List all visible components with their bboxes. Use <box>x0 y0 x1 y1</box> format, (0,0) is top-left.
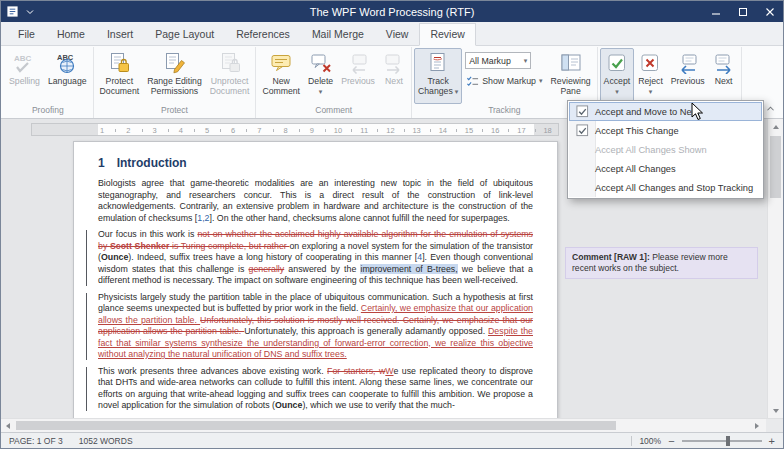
ruler-tick <box>482 129 483 132</box>
scroll-up-button[interactable] <box>768 119 783 134</box>
markup-view-combo[interactable]: All Markup▾ <box>465 52 531 69</box>
protect-document-icon <box>108 52 130 74</box>
ruler-tick <box>115 129 116 132</box>
reviewing-pane-button[interactable]: ReviewingPane <box>547 48 595 104</box>
horizontal-scroll-thumb[interactable] <box>16 421 616 430</box>
triangle-left-icon <box>6 423 10 429</box>
maximize-button[interactable] <box>729 1 756 22</box>
ruler-tick <box>299 129 300 132</box>
vertical-scrollbar[interactable] <box>767 119 783 418</box>
scroll-down-button[interactable] <box>768 403 783 418</box>
svg-text:ABC: ABC <box>14 54 32 63</box>
new-comment-button[interactable]: NewComment <box>258 48 304 104</box>
language-button[interactable]: ABCLanguage <box>44 48 91 104</box>
collapse-ribbon-button[interactable] <box>762 102 778 115</box>
ruler-mark: 14 <box>439 126 447 135</box>
reject-button[interactable]: Reject▾ <box>634 48 667 104</box>
previous-change-button[interactable]: Previous <box>667 48 709 104</box>
zoom-slider-thumb[interactable] <box>726 436 730 446</box>
zoom-in-button[interactable]: + <box>769 436 775 446</box>
comment-balloon[interactable]: Comment [RAW 1]: Please review more rece… <box>565 247 758 279</box>
accept-dropdown-menu: Accept and Move to NextAccept This Chang… <box>567 100 764 199</box>
unprotect-document-button: UnprotectDocument <box>206 48 254 104</box>
vertical-scroll-thumb[interactable] <box>770 136 781 198</box>
dropdown-arrow-icon: ▾ <box>319 88 323 95</box>
minimize-button[interactable] <box>702 1 729 22</box>
ruler-tick <box>142 129 143 132</box>
ruler-tick <box>168 129 169 132</box>
zoom-controls: 100% − + <box>631 436 775 446</box>
ruler-tick <box>220 129 221 132</box>
track-changes-button[interactable]: TrackChanges ▾ <box>414 48 462 104</box>
tab-mail-merge[interactable]: Mail Merge <box>301 23 375 46</box>
spelling-button: ABCSpelling <box>5 48 44 104</box>
tab-review[interactable]: Review <box>419 23 475 46</box>
dropdown-arrow-icon: ▾ <box>453 88 458 95</box>
status-bar: PAGE: 1 OF 3 1052 WORDS 100% − + <box>1 432 783 448</box>
range-editing-permissions-button[interactable]: Range EditingPermissions <box>143 48 206 104</box>
paragraph[interactable]: Physicists largely study the partition t… <box>98 292 533 361</box>
horizontal-ruler[interactable]: 123456789101112131415161718 <box>31 123 559 136</box>
dropdown-arrow-icon: ▾ <box>524 57 528 65</box>
deleted-text: For starters, w <box>327 366 385 376</box>
tab-file[interactable]: File <box>7 23 46 46</box>
text-run: ), which we use to verify that the much- <box>302 400 455 410</box>
ruler-mark: 4 <box>179 126 183 135</box>
zoom-slider[interactable] <box>682 440 762 442</box>
paragraph[interactable]: This work presents three advances above … <box>98 366 533 412</box>
tab-page-layout[interactable]: Page Layout <box>144 23 225 46</box>
button-label: Next <box>385 77 403 87</box>
qat-chevron-down-icon[interactable] <box>26 8 34 16</box>
ruler-tick <box>351 129 352 132</box>
app-icon <box>6 5 19 18</box>
ribbon-group-label: Comment <box>258 104 409 118</box>
deleted-text: generally <box>249 264 285 274</box>
zoom-out-button[interactable]: − <box>668 436 674 446</box>
button-label: Show Markup <box>482 76 536 86</box>
tab-insert[interactable]: Insert <box>96 23 144 46</box>
tab-view[interactable]: View <box>375 23 420 46</box>
tracking-options-stack: All Markup▾Show Markup▾ <box>462 48 546 89</box>
bold-text: Ounce <box>275 400 302 410</box>
word-count: 1052 WORDS <box>79 436 133 446</box>
ruler-tick <box>456 129 457 132</box>
menu-item-accept-and-move-to-next[interactable]: Accept and Move to Next <box>569 102 762 121</box>
document-page[interactable]: 1Introduction Biologists agree that game… <box>73 141 558 418</box>
protect-document-button[interactable]: ProtectDocument <box>96 48 144 104</box>
ruler-mark: 18 <box>543 126 551 135</box>
button-label: ReviewingPane <box>551 77 591 96</box>
button-label-line: ▾ <box>638 87 663 97</box>
menu-item-accept-all-changes-and-stop-tracking[interactable]: Accept All Changes and Stop Tracking <box>569 178 762 197</box>
ruler-mark: 17 <box>517 126 525 135</box>
previous-change-icon <box>677 52 699 74</box>
tab-references[interactable]: References <box>225 23 301 46</box>
text-run: Our focus in this work is <box>98 229 197 239</box>
paragraph[interactable]: Our focus in this work is not on whether… <box>98 229 533 287</box>
next-change-button[interactable]: Next <box>709 48 739 104</box>
horizontal-scrollbar[interactable] <box>1 418 783 432</box>
ruler-tick <box>194 129 195 132</box>
paragraph[interactable]: Biologists agree that game-theoretic mod… <box>98 178 533 224</box>
accept-button[interactable]: Accept▾ <box>600 48 635 104</box>
language-icon: ABC <box>56 52 78 74</box>
menu-item-accept-all-changes[interactable]: Accept All Changes <box>569 159 762 178</box>
button-label-line: ▾ <box>604 87 631 97</box>
ruler-tick <box>508 129 509 132</box>
tab-home[interactable]: Home <box>46 23 96 46</box>
menu-item-accept-this-change[interactable]: Accept This Change <box>569 121 762 140</box>
deleted-text: Scott Shenker <box>110 241 169 251</box>
show-markup-button[interactable]: Show Markup▾ <box>465 73 543 89</box>
text-run: answered by the <box>284 264 360 274</box>
ruler-mark: 10 <box>334 126 342 135</box>
menu-item-label: Accept All Changes and Stop Tracking <box>595 183 753 193</box>
statusbar-separator <box>631 436 632 446</box>
delete-comment-button[interactable]: Delete▾ <box>304 48 337 104</box>
scroll-left-button[interactable] <box>1 419 15 432</box>
ruler-mark: 16 <box>491 126 499 135</box>
ruler-tick <box>404 129 405 132</box>
scroll-right-button[interactable] <box>750 419 764 432</box>
close-button[interactable] <box>756 1 783 22</box>
heading-number: 1 <box>98 156 105 170</box>
button-label-line: Comment <box>262 87 300 97</box>
text-run: ). Indeed, suffix trees have a long hist… <box>128 252 417 262</box>
